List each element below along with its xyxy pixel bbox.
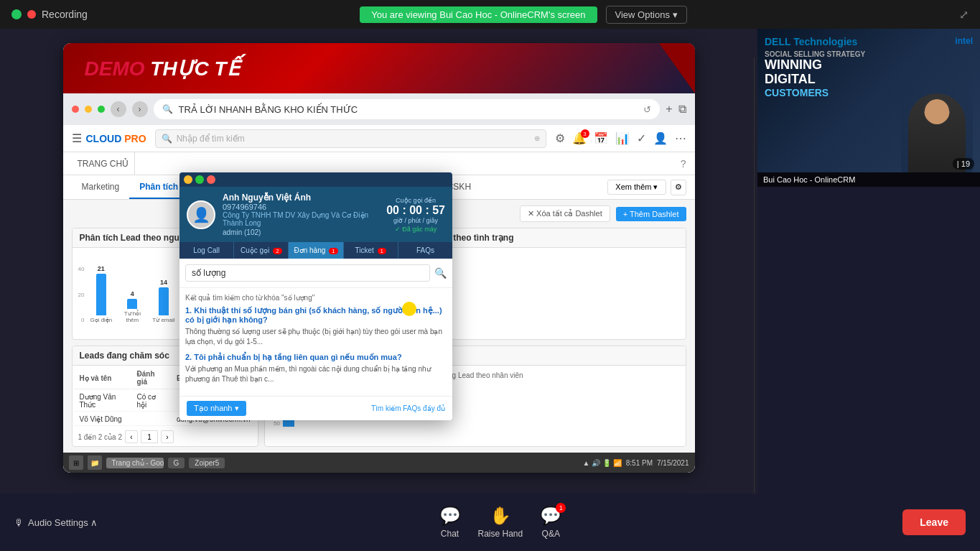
new-tab-button[interactable]: +: [666, 103, 672, 116]
more-button[interactable]: ⧉: [678, 103, 686, 116]
soluong-y-mid: 50: [274, 420, 280, 427]
bar-1: [127, 299, 137, 309]
pagination-prev[interactable]: ‹: [125, 430, 138, 443]
reload-icon[interactable]: ↺: [643, 104, 651, 115]
search-placeholder: Nhập để tìm kiếm: [177, 134, 245, 144]
taskbar-file-icon[interactable]: 📁: [88, 455, 102, 470]
leads-pagination: 1 đến 2 của 2 ‹ ›: [73, 427, 258, 446]
traffic-light-red[interactable]: [72, 106, 79, 113]
bar-label-2: Từ email: [152, 317, 174, 323]
tab-marketing[interactable]: Marketing: [72, 175, 130, 199]
popup-minimize-button[interactable]: [184, 175, 192, 184]
hamburger-icon[interactable]: ☰: [72, 131, 82, 145]
bar-group-2: 14 Từ email: [152, 279, 174, 323]
microphone-icon: 🎙: [14, 517, 24, 528]
raise-hand-label: Raise Hand: [478, 529, 523, 539]
y-axis-top: 40: [78, 266, 85, 272]
taskbar-tab-0[interactable]: Trang chủ - Google...: [106, 458, 164, 468]
them-dashlet-button[interactable]: + Thêm Dashlet: [616, 207, 686, 221]
raise-hand-icon: ✋: [490, 506, 511, 526]
main-area: DEMO THỰC TẾ ‹ › 🔍 TRẢ LỜI NHANH BẰNG KH…: [0, 29, 980, 551]
leads-row-0-name: Dương Văn Thức: [74, 391, 130, 412]
y-axis-mid: 20: [78, 292, 85, 298]
search-icon: 🔍: [162, 104, 173, 114]
leads-row-1-name: Võ Việt Dũng: [74, 413, 130, 426]
crm-home-link[interactable]: TRANG CHỦ: [72, 152, 136, 175]
popup-action-ticket[interactable]: Ticket 1: [344, 242, 398, 259]
leads-row-1-rating: [131, 413, 170, 426]
audio-settings-button[interactable]: 🎙 Audio Settings ∧: [14, 517, 98, 528]
leave-button[interactable]: Leave: [902, 509, 966, 535]
crm-taskbar: ⊞ 📁 Trang chủ - Google... G Zoiper5 ▲ 🔊 …: [63, 453, 695, 473]
view-options-button[interactable]: View Options ▾: [606, 6, 687, 24]
dell-logo: DELL Technologies: [765, 36, 857, 47]
traffic-light-yellow[interactable]: [85, 106, 92, 113]
right-panel: DELL Technologies intel SOCIAL SELLING S…: [757, 29, 980, 551]
back-button[interactable]: ‹: [111, 101, 126, 117]
faq-question-1[interactable]: 2. Tôi phải chuẩn bị hạ tầng liên quan g…: [185, 353, 447, 362]
popup-action-log-call[interactable]: Log Call: [179, 242, 234, 259]
cuoc-goi-badge: 2: [273, 248, 281, 254]
caller-phone: 0974969746: [223, 203, 379, 211]
taskbar-tab-1-label: G: [174, 459, 179, 467]
settings-icon[interactable]: ⚙: [555, 131, 565, 145]
xem-them-button[interactable]: Xem thêm ▾: [607, 180, 666, 195]
bar-value-2: 14: [160, 279, 167, 286]
qa-button[interactable]: 💬 1 Q&A: [540, 506, 561, 539]
notification-badge[interactable]: 🔔 3: [572, 131, 587, 145]
popup-window-controls: [179, 172, 452, 187]
faq-search-button[interactable]: 🔍: [434, 267, 447, 279]
pagination-page-input[interactable]: [141, 430, 158, 443]
call-label: Cuộc gọi đến: [386, 197, 445, 204]
raise-hand-button[interactable]: ✋ Raise Hand: [478, 506, 523, 539]
settings-small-button[interactable]: ⚙: [671, 180, 686, 195]
crm-search-bar[interactable]: 🔍 Nhập để tìm kiếm ⊕: [155, 129, 546, 148]
crm-logo: CLOUD PRO: [86, 133, 146, 144]
person-icon[interactable]: 👤: [653, 131, 668, 145]
chart-icon[interactable]: 📊: [615, 131, 630, 145]
bottom-center: 💬 Chat ✋ Raise Hand 💬 1 Q&A: [439, 506, 562, 539]
tao-nhanh-button[interactable]: Tạo nhanh ▾: [187, 401, 246, 416]
calendar-icon[interactable]: 📅: [594, 131, 608, 145]
popup-action-cuoc-goi[interactable]: Cuộc gọi 2: [234, 242, 289, 259]
taskbar-tab-2[interactable]: Zoiper5: [189, 458, 225, 468]
taskbar-tab-2-label: Zoiper5: [195, 459, 219, 467]
more-icon[interactable]: ⋯: [675, 131, 686, 145]
checkmark-icon[interactable]: ✓: [637, 131, 646, 145]
tim-kiem-faqs-link[interactable]: Tìm kiếm FAQs đầy đủ: [371, 404, 445, 412]
faq-answer-0: Thông thường số lượng user sẽ phụ thuộc …: [185, 327, 447, 347]
faq-search-input[interactable]: [185, 264, 430, 282]
caller-name: Anh Nguyễn Việt Ánh: [223, 193, 379, 203]
call-timer-sub: giờ / phút / giây: [386, 217, 445, 224]
forward-button[interactable]: ›: [132, 101, 148, 117]
presenter-video: DELL Technologies intel SOCIAL SELLING S…: [757, 29, 980, 172]
popup-maximize-button[interactable]: [195, 175, 204, 184]
faq-popup-header: 👤 Anh Nguyễn Việt Ánh 0974969746 Công Ty…: [179, 187, 452, 242]
qa-label: Q&A: [542, 529, 560, 539]
collapse-button[interactable]: ⤢: [959, 8, 969, 22]
bar-label-0: Gọi điện: [90, 317, 112, 323]
screen-share-area: DEMO THỰC TẾ ‹ › 🔍 TRẢ LỜI NHANH BẰNG KH…: [0, 29, 757, 551]
recording-dot: [27, 10, 36, 19]
popup-action-don-hang[interactable]: Đơn hàng 1: [289, 242, 343, 259]
caller-admin: admin (102): [223, 228, 379, 236]
recording-label: Recording: [42, 9, 88, 20]
crm-logo-area: ☰ CLOUD PRO: [72, 131, 146, 145]
top-bar-left: Recording: [11, 9, 88, 20]
browser-chrome: ‹ › 🔍 TRẢ LỜI NHANH BẰNG KHO KIẾN THỨC ↺…: [63, 93, 695, 125]
pagination-next[interactable]: ›: [161, 430, 174, 443]
crm-topnav: ☰ CLOUD PRO 🔍 Nhập để tìm kiếm ⊕ ⚙: [63, 125, 695, 152]
intel-logo: intel: [955, 36, 973, 46]
xoa-tat-ca-button[interactable]: ✕ Xóa tất cả Dashlet: [520, 205, 610, 222]
chat-button[interactable]: 💬 Chat: [439, 506, 461, 539]
col-name: Họ và tên: [74, 367, 130, 389]
popup-action-faqs[interactable]: FAQs: [398, 242, 452, 259]
popup-close-button[interactable]: [207, 175, 215, 184]
help-icon[interactable]: ?: [681, 158, 686, 170]
taskbar-tab-1[interactable]: G: [168, 458, 185, 468]
status-dot: [11, 9, 22, 19]
traffic-light-green[interactable]: [98, 106, 105, 113]
address-bar[interactable]: 🔍 TRẢ LỜI NHANH BẰNG KHO KIẾN THỨC ↺: [154, 99, 661, 119]
presenter-name-bar: Bui Cao Hoc - OnlineCRM: [757, 172, 980, 187]
taskbar-windows-icon[interactable]: ⊞: [69, 455, 83, 470]
